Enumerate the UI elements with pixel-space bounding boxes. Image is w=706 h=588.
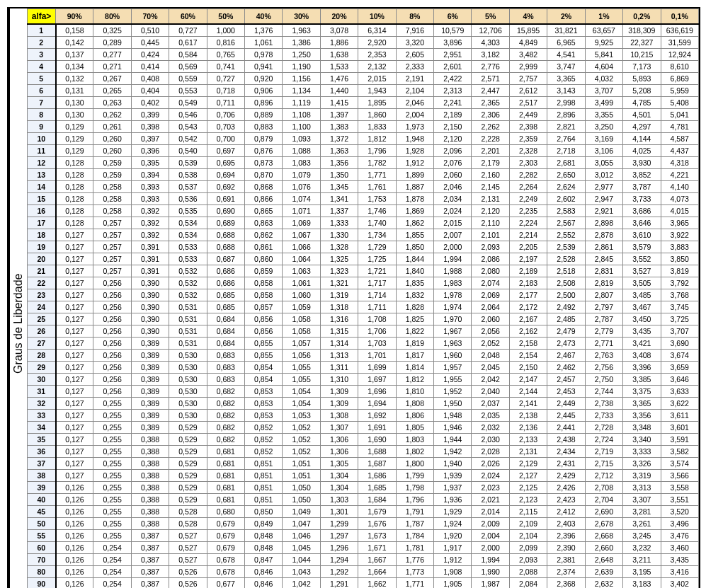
data-cell: 12,924	[661, 49, 699, 61]
data-cell: 2,704	[585, 494, 622, 506]
data-cell: 0,688	[207, 229, 244, 241]
data-cell: 0,256	[93, 301, 131, 313]
table-row: 150,1280,2580,3930,5360,6910,8661,0741,3…	[28, 193, 699, 205]
row-header: 4	[28, 61, 56, 73]
data-cell: 2,601	[434, 61, 472, 73]
data-cell: 4,541	[547, 49, 585, 61]
data-cell: 1,687	[358, 458, 396, 470]
data-cell: 0,255	[93, 482, 131, 494]
data-cell: 0,395	[131, 157, 169, 169]
data-cell: 1,061	[283, 277, 320, 289]
data-cell: 1,309	[320, 386, 358, 398]
data-cell: 0,850	[245, 506, 283, 518]
data-cell: 1,963	[283, 24, 320, 37]
row-header: 31	[28, 386, 56, 398]
data-cell: 1,924	[434, 518, 472, 530]
row-header: 40	[28, 494, 56, 506]
data-cell: 0,127	[56, 289, 93, 301]
data-cell: 3,348	[623, 422, 661, 434]
data-cell: 6,869	[661, 73, 699, 85]
data-cell: 0,127	[56, 265, 93, 277]
data-cell: 2,183	[509, 277, 547, 289]
data-cell: 3,326	[623, 458, 661, 470]
data-cell: 2,479	[547, 325, 585, 338]
data-cell: 0,530	[169, 398, 207, 410]
row-header: 36	[28, 446, 56, 458]
data-cell: 0,852	[245, 422, 283, 434]
table-row: 30,1370,2770,4240,5840,7650,9781,2501,63…	[28, 49, 699, 61]
data-cell: 1,304	[320, 482, 358, 494]
data-cell: 0,127	[56, 313, 93, 325]
data-cell: 0,527	[169, 542, 207, 554]
data-cell: 0,584	[169, 49, 207, 61]
table-row: 330,1270,2550,3890,5300,6820,8531,0531,3…	[28, 410, 699, 422]
data-cell: 1,052	[283, 446, 320, 458]
table-row: 370,1270,2550,3880,5290,6810,8511,0511,3…	[28, 458, 699, 470]
data-cell: 3,460	[661, 542, 699, 554]
data-cell: 2,138	[509, 410, 547, 422]
data-cell: 3,787	[623, 181, 661, 193]
data-cell: 0,388	[131, 518, 169, 530]
data-cell: 1,046	[283, 530, 320, 542]
data-cell: 2,571	[472, 73, 509, 85]
row-header: 5	[28, 73, 56, 85]
data-cell: 2,738	[585, 398, 622, 410]
data-cell: 1,323	[320, 265, 358, 277]
data-cell: 0,856	[245, 313, 283, 325]
data-cell: 2,028	[472, 446, 509, 458]
data-cell: 2,947	[585, 193, 622, 205]
data-cell: 0,261	[93, 121, 131, 133]
data-cell: 0,389	[131, 338, 169, 350]
data-cell: 2,896	[547, 109, 585, 121]
data-cell: 0,389	[131, 398, 169, 410]
data-cell: 2,144	[509, 386, 547, 398]
data-cell: 3,792	[661, 277, 699, 289]
data-cell: 0,692	[207, 181, 244, 193]
data-cell: 6,314	[358, 24, 396, 37]
data-cell: 0,851	[245, 470, 283, 482]
data-cell: 0,530	[169, 350, 207, 362]
data-cell: 1,667	[358, 554, 396, 566]
col-header: 80%	[93, 9, 131, 25]
data-cell: 1,869	[396, 205, 433, 217]
data-cell: 1,042	[283, 578, 320, 589]
data-cell: 2,026	[472, 458, 509, 470]
data-cell: 1,303	[320, 494, 358, 506]
data-cell: 1,306	[320, 446, 358, 458]
data-cell: 1,325	[320, 253, 358, 265]
data-cell: 1,311	[320, 362, 358, 374]
data-cell: 2,150	[509, 362, 547, 374]
data-cell: 0,536	[169, 193, 207, 205]
data-cell: 1,310	[320, 374, 358, 386]
data-cell: 0,526	[169, 578, 207, 589]
data-cell: 0,408	[131, 73, 169, 85]
data-cell: 1,440	[320, 85, 358, 97]
data-cell: 3,195	[623, 566, 661, 578]
col-header: 40%	[245, 9, 283, 25]
row-header: 1	[28, 24, 56, 37]
data-cell: 1,664	[358, 566, 396, 578]
table-row: 340,1270,2550,3890,5290,6820,8521,0521,3…	[28, 422, 699, 434]
data-cell: 1,319	[320, 289, 358, 301]
data-cell: 0,816	[207, 37, 244, 49]
data-cell: 1,309	[320, 398, 358, 410]
data-cell: 2,046	[434, 181, 472, 193]
data-cell: 2,123	[509, 494, 547, 506]
data-cell: 6,965	[547, 37, 585, 49]
data-cell: 3,633	[661, 386, 699, 398]
data-cell: 0,906	[245, 85, 283, 97]
data-cell: 3,467	[623, 301, 661, 313]
row-header: 6	[28, 85, 56, 97]
data-cell: 1,862	[396, 217, 433, 229]
data-cell: 2,167	[509, 313, 547, 325]
data-cell: 1,878	[396, 193, 433, 205]
data-cell: 3,396	[623, 362, 661, 374]
row-header: 25	[28, 313, 56, 325]
data-cell: 3,055	[585, 157, 622, 169]
data-cell: 1,812	[396, 374, 433, 386]
table-container: Graus de Liberdade alfa> 90%80%70%60%50%…	[7, 7, 700, 588]
data-cell: 1,973	[396, 121, 433, 133]
data-cell: 0,860	[245, 253, 283, 265]
data-cell: 2,145	[472, 181, 509, 193]
data-cell: 3,281	[623, 506, 661, 518]
